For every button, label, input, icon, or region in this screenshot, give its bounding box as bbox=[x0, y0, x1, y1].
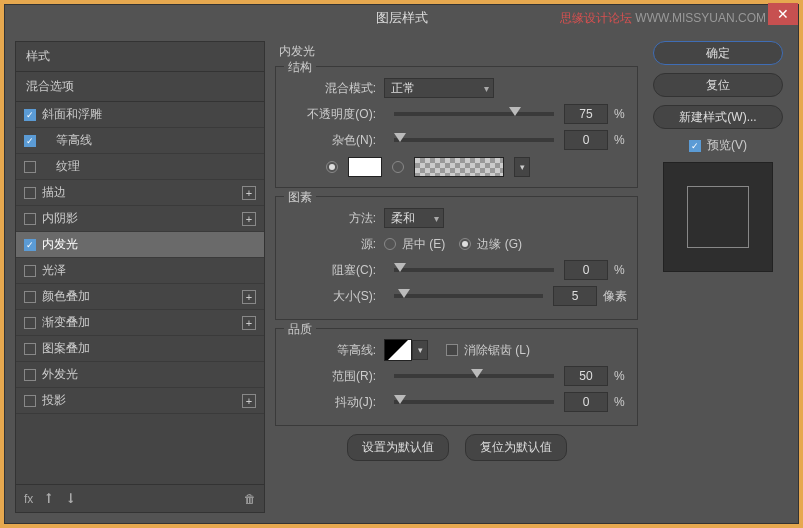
effect-row[interactable]: 外发光 bbox=[16, 362, 264, 388]
add-icon[interactable]: + bbox=[242, 316, 256, 330]
effect-checkbox[interactable]: ✓ bbox=[24, 135, 36, 147]
contour-picker[interactable] bbox=[384, 339, 412, 361]
technique-dropdown[interactable]: 柔和 bbox=[384, 208, 444, 228]
effect-checkbox[interactable] bbox=[24, 161, 36, 173]
source-edge-radio[interactable] bbox=[459, 238, 471, 250]
effect-label: 内阴影 bbox=[42, 210, 78, 227]
size-input[interactable] bbox=[553, 286, 597, 306]
choke-input[interactable] bbox=[564, 260, 608, 280]
dialog-title: 图层样式 bbox=[376, 9, 428, 27]
structure-group: 结构 混合模式: 正常 不透明度(O): % 杂色(N): % bbox=[275, 66, 638, 188]
effect-label: 描边 bbox=[42, 184, 66, 201]
ok-button[interactable]: 确定 bbox=[653, 41, 783, 65]
source-center-radio[interactable] bbox=[384, 238, 396, 250]
jitter-input[interactable] bbox=[564, 392, 608, 412]
new-style-button[interactable]: 新建样式(W)... bbox=[653, 105, 783, 129]
choke-slider[interactable] bbox=[394, 268, 554, 272]
branding: 思缘设计论坛 WWW.MISSYUAN.COM bbox=[560, 10, 766, 27]
blend-options[interactable]: 混合选项 bbox=[15, 71, 265, 101]
effect-label: 内发光 bbox=[42, 236, 78, 253]
settings-panel: 内发光 结构 混合模式: 正常 不透明度(O): % 杂色(N): % bbox=[275, 41, 638, 513]
effect-checkbox[interactable] bbox=[24, 213, 36, 225]
effect-checkbox[interactable] bbox=[24, 291, 36, 303]
move-up-icon[interactable]: 🠕 bbox=[43, 492, 55, 506]
effect-label: 投影 bbox=[42, 392, 66, 409]
effect-row[interactable]: 投影+ bbox=[16, 388, 264, 414]
add-icon[interactable]: + bbox=[242, 186, 256, 200]
effect-label: 颜色叠加 bbox=[42, 288, 90, 305]
cancel-button[interactable]: 复位 bbox=[653, 73, 783, 97]
size-slider[interactable] bbox=[394, 294, 543, 298]
effects-panel: 样式 混合选项 ✓斜面和浮雕✓等高线纹理描边+内阴影+✓内发光光泽颜色叠加+渐变… bbox=[15, 41, 265, 513]
noise-slider[interactable] bbox=[394, 138, 554, 142]
effect-row[interactable]: 颜色叠加+ bbox=[16, 284, 264, 310]
action-panel: 确定 复位 新建样式(W)... ✓ 预览(V) bbox=[648, 41, 788, 513]
add-icon[interactable]: + bbox=[242, 394, 256, 408]
gradient-swatch[interactable] bbox=[414, 157, 504, 177]
color-solid-radio[interactable] bbox=[326, 161, 338, 173]
effect-row[interactable]: 纹理 bbox=[16, 154, 264, 180]
layer-style-dialog: 图层样式 思缘设计论坛 WWW.MISSYUAN.COM ✕ 样式 混合选项 ✓… bbox=[4, 4, 799, 524]
add-icon[interactable]: + bbox=[242, 212, 256, 226]
effect-row[interactable]: 图案叠加 bbox=[16, 336, 264, 362]
add-icon[interactable]: + bbox=[242, 290, 256, 304]
effect-row[interactable]: 描边+ bbox=[16, 180, 264, 206]
range-slider[interactable] bbox=[394, 374, 554, 378]
effect-row[interactable]: 光泽 bbox=[16, 258, 264, 284]
effect-row[interactable]: ✓等高线 bbox=[16, 128, 264, 154]
effect-checkbox[interactable] bbox=[24, 317, 36, 329]
blend-mode-dropdown[interactable]: 正常 bbox=[384, 78, 494, 98]
effect-row[interactable]: ✓斜面和浮雕 bbox=[16, 102, 264, 128]
gradient-dropdown[interactable]: ▾ bbox=[514, 157, 530, 177]
quality-group: 品质 等高线: ▾ 消除锯齿 (L) 范围(R): % 抖动(J): bbox=[275, 328, 638, 426]
effect-checkbox[interactable] bbox=[24, 369, 36, 381]
move-down-icon[interactable]: 🠗 bbox=[65, 492, 77, 506]
effect-label: 图案叠加 bbox=[42, 340, 90, 357]
jitter-slider[interactable] bbox=[394, 400, 554, 404]
opacity-slider[interactable] bbox=[394, 112, 554, 116]
preview-checkbox[interactable]: ✓ bbox=[689, 140, 701, 152]
effect-label: 光泽 bbox=[42, 262, 66, 279]
effect-checkbox[interactable] bbox=[24, 187, 36, 199]
effects-footer: fx 🠕 🠗 🗑 bbox=[15, 485, 265, 513]
titlebar: 图层样式 思缘设计论坛 WWW.MISSYUAN.COM ✕ bbox=[5, 5, 798, 31]
effect-checkbox[interactable] bbox=[24, 265, 36, 277]
elements-group: 图素 方法: 柔和 源: 居中 (E) 边缘 (G) 阻塞(C): % bbox=[275, 196, 638, 320]
effect-checkbox[interactable]: ✓ bbox=[24, 109, 36, 121]
effect-label: 纹理 bbox=[42, 158, 80, 175]
color-gradient-radio[interactable] bbox=[392, 161, 404, 173]
close-button[interactable]: ✕ bbox=[768, 3, 798, 25]
effect-label: 外发光 bbox=[42, 366, 78, 383]
styles-header[interactable]: 样式 bbox=[15, 41, 265, 71]
panel-title: 内发光 bbox=[279, 43, 638, 60]
antialias-checkbox[interactable] bbox=[446, 344, 458, 356]
effect-row[interactable]: 渐变叠加+ bbox=[16, 310, 264, 336]
effect-label: 等高线 bbox=[42, 132, 92, 149]
opacity-input[interactable] bbox=[564, 104, 608, 124]
contour-dropdown[interactable]: ▾ bbox=[412, 340, 428, 360]
range-input[interactable] bbox=[564, 366, 608, 386]
effect-row[interactable]: ✓内发光 bbox=[16, 232, 264, 258]
effect-label: 斜面和浮雕 bbox=[42, 106, 102, 123]
effect-checkbox[interactable] bbox=[24, 395, 36, 407]
fx-menu[interactable]: fx bbox=[24, 492, 33, 506]
effects-list: ✓斜面和浮雕✓等高线纹理描边+内阴影+✓内发光光泽颜色叠加+渐变叠加+图案叠加外… bbox=[15, 101, 265, 485]
reset-default-button[interactable]: 复位为默认值 bbox=[465, 434, 567, 461]
preview-box bbox=[663, 162, 773, 272]
color-swatch[interactable] bbox=[348, 157, 382, 177]
effect-row[interactable]: 内阴影+ bbox=[16, 206, 264, 232]
make-default-button[interactable]: 设置为默认值 bbox=[347, 434, 449, 461]
trash-icon[interactable]: 🗑 bbox=[244, 492, 256, 506]
effect-checkbox[interactable] bbox=[24, 343, 36, 355]
effect-checkbox[interactable]: ✓ bbox=[24, 239, 36, 251]
noise-input[interactable] bbox=[564, 130, 608, 150]
effect-label: 渐变叠加 bbox=[42, 314, 90, 331]
